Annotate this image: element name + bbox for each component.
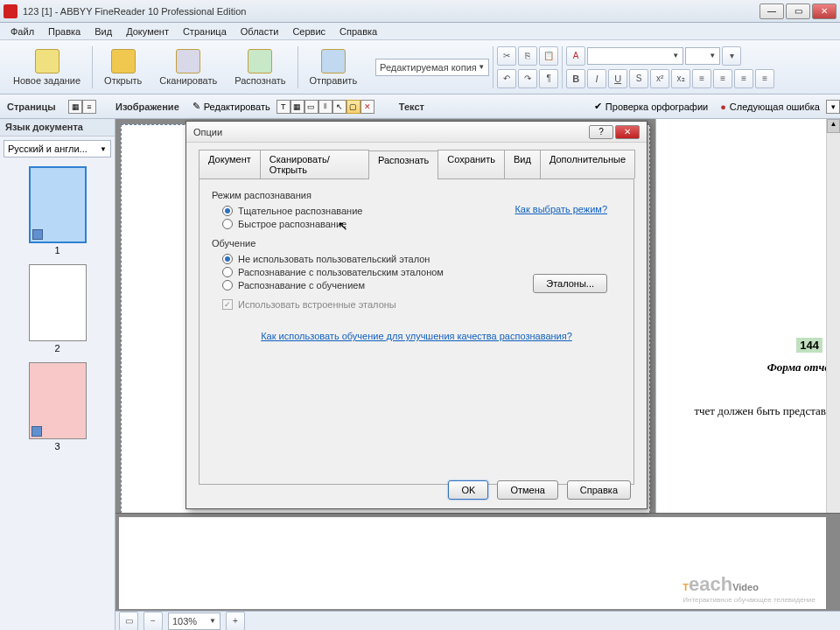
radio-label: Тщательное распознавание: [238, 206, 362, 216]
group-training-label: Обучение: [212, 238, 621, 248]
dialog-close-button[interactable]: ✕: [615, 125, 640, 139]
tab-advanced[interactable]: Дополнительные: [540, 150, 635, 178]
checkbox-icon: ✓: [222, 299, 233, 310]
radio-icon: [222, 219, 233, 229]
radio-label: Распознавание с обучением: [238, 280, 365, 290]
link-choose-mode[interactable]: Как выбрать режим?: [514, 204, 607, 214]
radio-fast[interactable]: Быстрое распознавание: [222, 219, 621, 229]
dialog-overlay: Опции ? ✕ Документ Сканировать/Открыть Р…: [0, 0, 840, 630]
dialog-help-button[interactable]: ?: [589, 125, 613, 139]
radio-label: Не использовать пользовательский эталон: [238, 254, 430, 264]
dialog-body: Режим распознавания Тщательное распознав…: [199, 178, 634, 485]
dialog-tabs: Документ Сканировать/Открыть Распознать …: [186, 143, 647, 178]
radio-label: Распознавание с пользовательским эталоно…: [238, 267, 444, 277]
options-dialog: Опции ? ✕ Документ Сканировать/Открыть Р…: [186, 121, 648, 509]
cancel-button[interactable]: Отмена: [497, 480, 557, 500]
radio-icon: [222, 254, 233, 264]
dialog-titlebar[interactable]: Опции ? ✕: [186, 122, 647, 143]
help-button[interactable]: Справка: [567, 480, 631, 500]
radio-icon: [222, 267, 233, 277]
dialog-title: Опции: [193, 127, 587, 137]
check-builtin-patterns[interactable]: ✓ Использовать встроенные эталоны: [222, 299, 621, 310]
radio-icon: [222, 280, 233, 290]
link-training-help[interactable]: Как использовать обучение для улучшения …: [212, 331, 621, 341]
group-mode-label: Режим распознавания: [212, 190, 621, 200]
radio-icon: [222, 206, 233, 216]
ok-button[interactable]: OK: [448, 480, 488, 500]
tab-view[interactable]: Вид: [504, 150, 541, 178]
tab-scan-open[interactable]: Сканировать/Открыть: [260, 150, 369, 178]
radio-label: Быстрое распознавание: [238, 219, 346, 229]
radio-no-pattern[interactable]: Не использовать пользовательский эталон: [222, 254, 621, 264]
check-label: Использовать встроенные эталоны: [238, 299, 396, 310]
tab-recognize[interactable]: Распознать: [368, 150, 438, 179]
tab-save[interactable]: Сохранить: [438, 150, 505, 178]
patterns-button[interactable]: Эталоны...: [533, 274, 607, 293]
tab-document[interactable]: Документ: [199, 150, 261, 178]
